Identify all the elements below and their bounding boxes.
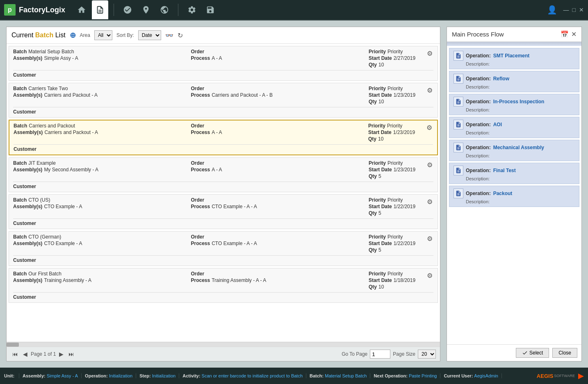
process-value-field: A - A	[212, 130, 222, 135]
status-bar: Unit: Assembly: Simple Assy - A Operatio…	[0, 368, 588, 384]
area-filter-label: Area	[80, 32, 90, 38]
batch-list-title: Current Batch List	[11, 32, 66, 39]
operation-label-text: Operation:	[466, 122, 491, 127]
batch-gear-icon[interactable]: ⚙	[426, 86, 433, 95]
refresh-icon[interactable]: ↻	[178, 32, 183, 39]
operation-label-text: Operation:	[466, 191, 491, 196]
priority-value-field: Priority	[387, 160, 403, 166]
user-icon-group: 👤	[547, 5, 557, 15]
minimize-btn[interactable]: —	[563, 7, 569, 13]
process-close-btn[interactable]: ✕	[571, 30, 577, 38]
add-batch-btn[interactable]: ⊕	[70, 31, 76, 40]
nav-settings-btn[interactable]	[184, 0, 200, 19]
batch-name-value: CTO (US)	[28, 197, 50, 203]
nav-globe-btn[interactable]	[156, 0, 173, 19]
batch-gear-icon[interactable]: ⚙	[426, 234, 433, 243]
start-date-label-field: Start Date	[369, 204, 392, 209]
batch-list-item[interactable]: Batch Our First Batch Assembly(s) Traini…	[9, 268, 438, 303]
nav-helmet-btn[interactable]	[119, 0, 136, 19]
calendar-icon[interactable]: 📅	[561, 30, 569, 38]
page-size-select[interactable]: 20	[418, 350, 436, 359]
process-label-field: Process	[191, 277, 210, 283]
customer-label-field: Customer	[13, 109, 36, 115]
unit-label: Unit:	[4, 373, 14, 378]
first-page-btn[interactable]: ⏮	[11, 350, 20, 358]
qty-value-field: 10	[378, 62, 384, 68]
area-filter-select[interactable]: All	[94, 30, 112, 40]
batch-gear-icon[interactable]: ⚙	[426, 271, 433, 280]
batch-gear-icon[interactable]: ⚙	[426, 123, 433, 132]
assembly-value-field: Carriers and Packout - A	[44, 130, 98, 135]
process-list-item[interactable]: Operation: SMT Placement Description:	[449, 48, 579, 69]
assembly-value: Simple Assy - A	[47, 373, 78, 378]
qty-value-field: 5	[378, 173, 381, 179]
app-name: FactoryLogix	[19, 6, 65, 14]
next-op-value: Paste Printing	[409, 373, 437, 378]
user-icon[interactable]: 👤	[547, 5, 557, 15]
priority-label-field: Priority	[369, 234, 386, 240]
status-activity: Activity: Scan or enter barcode to initi…	[179, 373, 306, 378]
start-date-value-field: 1/18/2019	[394, 277, 415, 283]
process-flow-header: Main Process Flow 📅 ✕	[447, 27, 581, 42]
start-date-value-field: 1/23/2019	[393, 130, 415, 135]
nav-documents-btn[interactable]	[92, 0, 108, 19]
nav-location-btn[interactable]	[138, 0, 154, 19]
horizontal-scrollbar[interactable]	[7, 342, 440, 347]
prev-page-btn[interactable]: ◀	[21, 350, 29, 358]
operation-description: Description:	[454, 199, 575, 204]
assembly-value-field: Carriers and Packout - A	[44, 92, 98, 98]
select-button[interactable]: Select	[516, 348, 549, 358]
batch-label-field: Batch	[13, 49, 27, 55]
batch-list-panel: Current Batch List ⊕ Area All Sort By: D…	[6, 27, 440, 361]
qty-value-field: 5	[378, 210, 381, 216]
process-list-item[interactable]: Operation: Final Test Description:	[449, 163, 579, 184]
maximize-btn[interactable]: □	[572, 7, 576, 13]
qty-label-field: Qty	[369, 284, 377, 290]
process-label-field: Process	[191, 55, 210, 61]
sort-label: Sort By:	[116, 32, 134, 38]
next-page-btn[interactable]: ▶	[57, 350, 65, 358]
batch-list-item[interactable]: Batch Carriers and Packout Assembly(s) C…	[9, 120, 438, 155]
batch-label: Batch:	[310, 373, 324, 378]
batch-list-item[interactable]: Batch Material Setup Batch Assembly(s) S…	[9, 46, 438, 81]
operation-name-value: Reflow	[493, 76, 509, 82]
nav-save-btn[interactable]	[202, 0, 219, 19]
process-value-field: A - A	[212, 55, 222, 61]
close-btn[interactable]: ✕	[579, 7, 584, 13]
batch-list-item[interactable]: Batch JIT Example Assembly(s) My Second …	[9, 157, 438, 192]
assembly-label-field: Assembly(s)	[13, 55, 42, 61]
select-icon	[522, 350, 528, 356]
process-list-item[interactable]: Operation: AOI Description:	[449, 117, 579, 138]
batch-label-field: Batch	[14, 123, 27, 129]
batch-list-item[interactable]: Batch Carriers Take Two Assembly(s) Carr…	[9, 83, 438, 118]
process-list-item[interactable]: Operation: Reflow Description:	[449, 71, 579, 92]
process-value-field: Carriers and Packout - A - B	[212, 92, 273, 98]
start-date-value-field: 2/27/2019	[394, 55, 415, 61]
glasses-icon[interactable]: 👓	[165, 32, 173, 39]
last-page-btn[interactable]: ⏭	[67, 350, 76, 358]
qty-label-field: Qty	[368, 136, 376, 142]
page-size-label: Page Size	[393, 351, 415, 357]
sort-select[interactable]: Date	[138, 30, 161, 40]
nav-home-btn[interactable]	[73, 0, 90, 19]
priority-value-field: Priority	[387, 271, 403, 277]
operation-label-text: Operation:	[466, 99, 491, 105]
priority-value-field: Priority	[387, 234, 403, 240]
aegis-logo-area: AEGIS SOFTWARE ▶	[537, 371, 584, 380]
batch-gear-icon[interactable]: ⚙	[426, 160, 433, 170]
batch-gear-icon[interactable]: ⚙	[426, 49, 433, 58]
window-controls: — □ ✕	[563, 7, 584, 13]
process-list-item[interactable]: Operation: Packout Description:	[449, 186, 579, 207]
batch-list-item[interactable]: Batch CTO (US) Assembly(s) CTO Example -…	[9, 194, 438, 229]
start-date-label-field: Start Date	[369, 55, 392, 61]
operation-label-text: Operation:	[466, 76, 491, 82]
batch-list-item[interactable]: Batch CTO (German) Assembly(s) CTO Examp…	[9, 231, 438, 266]
close-button[interactable]: Close	[552, 348, 577, 358]
process-value-field: CTO Example - A - A	[212, 204, 257, 209]
go-to-page-input[interactable]	[370, 350, 390, 359]
batch-gear-icon[interactable]: ⚙	[426, 197, 433, 207]
process-list-item[interactable]: Operation: Mechanical Assembly Descripti…	[449, 140, 579, 161]
qty-value-field: 10	[378, 284, 384, 290]
process-list-item[interactable]: Operation: In-Process Inspection Descrip…	[449, 94, 579, 115]
operation-name-value: Mechanical Assembly	[493, 145, 544, 150]
